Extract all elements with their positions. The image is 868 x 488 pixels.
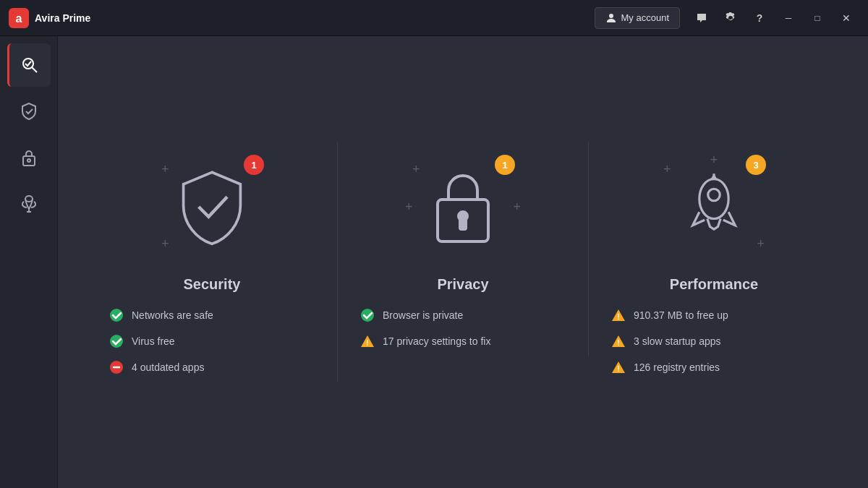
title-bar-right: My account ? ─ □ ✕ [595,5,859,31]
maximize-button[interactable]: □ [804,5,830,31]
svg-rect-15 [460,219,466,229]
warning-icon: ! [610,307,626,323]
sidebar-item-scan[interactable] [7,43,51,87]
warning-icon: ! [610,333,626,349]
user-icon [605,12,617,24]
status-item-virus: Virus free [109,333,315,349]
my-account-button[interactable]: My account [595,7,680,29]
avira-logo-icon: a [9,8,29,28]
performance-card[interactable]: + + + [589,142,839,382]
plus-decoration: + [405,200,413,215]
cards-container: + + + 1 Security Ne [58,127,868,397]
plus-decoration: + [161,236,169,252]
security-status-list: Networks are safe Virus free [101,307,323,375]
status-item-networks: Networks are safe [109,307,315,323]
svg-text:!: ! [617,339,619,347]
performance-icon-area: + + + [656,149,772,265]
performance-badge: 3 [746,155,766,175]
privacy-status-list: Browser is private ! 17 privacy settings… [352,307,574,349]
warning-icon: ! [359,333,375,349]
privacy-badge: 1 [495,155,515,175]
sidebar-item-security[interactable] [7,90,51,133]
status-item-privacy-settings: ! 17 privacy settings to fix [359,333,566,349]
svg-text:!: ! [617,313,619,321]
svg-point-19 [699,179,728,219]
svg-point-16 [361,309,374,322]
minimize-button[interactable]: ─ [775,5,801,31]
check-icon [109,307,124,323]
lock-icon [423,167,503,247]
performance-status-list: ! 910.37 MB to free up ! 3 slow startup … [603,307,825,375]
performance-card-title: Performance [670,276,758,293]
status-item-outdated: 4 outdated apps [109,359,315,375]
svg-rect-4 [23,156,35,166]
security-card-title: Security [184,276,241,293]
help-button[interactable]: ? [746,5,773,31]
privacy-settings-text: 17 privacy settings to fix [383,335,490,347]
svg-point-10 [110,335,123,348]
privacy-card-title: Privacy [437,276,488,293]
svg-text:a: a [16,12,22,25]
browser-status-text: Browser is private [383,309,463,321]
security-badge: 1 [244,155,264,175]
privacy-card[interactable]: + + + 1 Privacy [338,142,589,356]
status-item-memory: ! 910.37 MB to free up [610,307,817,323]
svg-text:!: ! [617,365,619,373]
plus-decoration: + [412,162,420,177]
minus-circle-icon [109,359,124,375]
sidebar-item-performance[interactable] [7,182,51,226]
status-item-startup: ! 3 slow startup apps [610,333,817,349]
svg-text:!: ! [366,339,368,347]
plus-decoration: + [663,162,671,177]
svg-marker-21 [710,174,718,180]
virus-status-text: Virus free [132,335,175,347]
shield-icon [172,167,252,247]
title-bar: a Avira Prime My account ? ─ □ ✕ [0,0,868,36]
plus-decoration: + [710,153,718,168]
sidebar-item-privacy[interactable] [7,136,51,179]
security-icon-area: + + + 1 [154,149,270,265]
svg-point-2 [23,59,33,69]
check-icon [109,333,124,349]
main-content: + + + 1 Security Ne [58,36,868,488]
svg-point-9 [110,309,123,322]
plus-decoration: + [161,162,169,177]
app-logo: a Avira Prime [9,8,595,28]
feedback-button[interactable] [689,5,715,31]
plus-decoration: + [513,200,521,215]
my-account-label: My account [621,12,669,23]
settings-button[interactable] [718,5,744,31]
sidebar [0,36,58,488]
svg-point-20 [708,189,720,201]
status-item-browser: Browser is private [359,307,566,323]
plus-decoration: + [757,236,765,252]
status-item-registry: ! 126 registry entries [610,359,817,375]
rocket-icon [674,167,754,247]
networks-status-text: Networks are safe [132,309,213,321]
memory-status-text: 910.37 MB to free up [634,309,728,321]
app-title: Avira Prime [35,12,90,24]
check-icon [359,307,375,323]
svg-line-3 [32,67,37,72]
warning-icon: ! [610,359,626,375]
privacy-icon-area: + + + 1 [405,149,521,265]
svg-point-5 [27,159,30,162]
outdated-status-text: 4 outdated apps [132,361,204,373]
startup-status-text: 3 slow startup apps [634,335,721,347]
registry-status-text: 126 registry entries [634,361,720,373]
close-button[interactable]: ✕ [833,5,859,31]
security-card[interactable]: + + + 1 Security Ne [87,142,338,382]
